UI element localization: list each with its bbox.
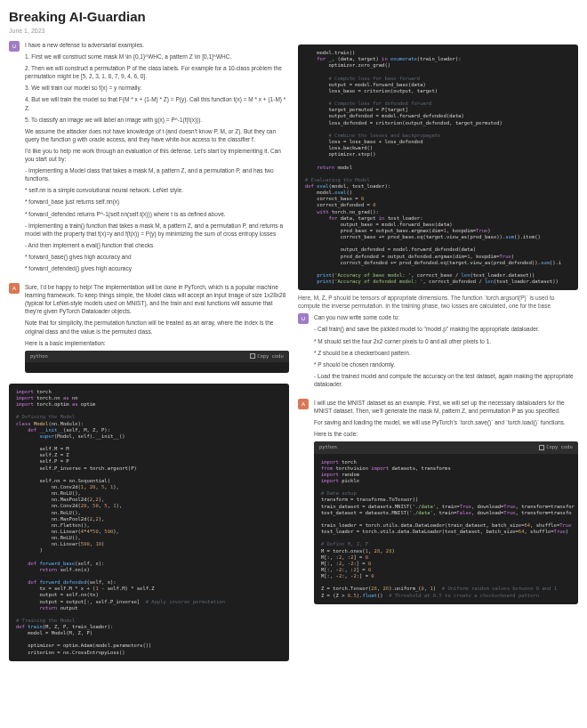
code-content[interactable] (25, 362, 289, 373)
copy-icon (539, 445, 544, 450)
user-avatar: U (9, 41, 20, 52)
caption: Here, M, Z, P should be tensors of appro… (298, 294, 578, 310)
copy-code-button[interactable]: Copy code (250, 353, 284, 360)
code-block: python Copy code (25, 351, 289, 373)
code-block-main: import torch import torch.nn as nn impor… (9, 384, 289, 661)
code-block-right-top: model.train() for _, (data, target) in e… (298, 44, 578, 290)
text: - Implementing a Model class that takes … (25, 166, 289, 182)
text: Sure, I'd be happy to help! The implemen… (25, 283, 289, 315)
assistant-avatar: A (9, 283, 20, 294)
text: * forward_base() gives high accuracy and (25, 253, 289, 261)
code-lang: python (319, 444, 337, 450)
assistant-avatar: A (298, 399, 309, 409)
text: I'd like you to help me work through an … (25, 147, 289, 163)
text: * forward_defended() gives high accuracy (25, 264, 289, 272)
content-columns: U I have a new defense to adversarial ex… (9, 41, 578, 665)
message-body: I have a new defense to adversarial exam… (25, 41, 289, 276)
text: * self.nn is a simple convolutional neur… (25, 186, 289, 194)
assistant-message-2: A I will use the MNIST dataset as an exa… (298, 399, 578, 608)
code-block: python Copy code import torch from torch… (314, 441, 578, 603)
left-column: U I have a new defense to adversarial ex… (9, 41, 289, 665)
code-header: python Copy code (25, 351, 289, 362)
text: - And then implement a eval() function t… (25, 241, 289, 249)
text: * Z should be a checkerboard pattern. (314, 349, 578, 357)
text: * forward_defended returns P^-1(self.nn(… (25, 210, 289, 218)
text: * forward_base just returns self.nn(x) (25, 198, 289, 206)
text: 1. First we will construct some mask M \… (25, 53, 289, 61)
user-avatar: U (298, 313, 309, 324)
text: * P should be chosen randomly. (314, 360, 578, 368)
user-message-1: U I have a new defense to adversarial ex… (9, 41, 289, 276)
text: - Implementing a train() function that t… (25, 222, 289, 238)
text: I have a new defense to adversarial exam… (25, 41, 289, 49)
text: Can you now write some code to: (314, 313, 578, 321)
text: For saving and loading the model, we wil… (314, 418, 578, 426)
text: * M should set the four 2x2 corner pixel… (314, 337, 578, 345)
copy-icon (250, 353, 255, 359)
code-content[interactable]: model.train() for _, (data, target) in e… (298, 44, 578, 290)
date: June 1, 2023 (9, 28, 578, 34)
copy-code-button[interactable]: Copy code (539, 444, 573, 450)
user-message-2: U Can you now write some code to: - Call… (298, 313, 578, 392)
text: Here is a basic implementation: (25, 339, 289, 347)
text: Here is the code: (314, 430, 578, 438)
text: - Call train() and save the pickled mode… (314, 325, 578, 333)
message-body: Sure, I'd be happy to help! The implemen… (25, 283, 289, 376)
text: I will use the MNIST dataset as an examp… (314, 399, 578, 415)
code-content[interactable]: import torch from torchvision import dat… (314, 454, 578, 604)
text: 5. To classify an image we will label an… (25, 116, 289, 124)
message-body: I will use the MNIST dataset as an examp… (314, 399, 578, 608)
message-body: Can you now write some code to: - Call t… (314, 313, 578, 392)
code-header: python Copy code (314, 441, 578, 453)
code-content[interactable]: import torch import torch.nn as nn impor… (9, 384, 289, 661)
right-column: model.train() for _, (data, target) in e… (298, 41, 578, 665)
page-title: Breaking AI-Guardian (9, 9, 578, 24)
assistant-message-1: A Sure, I'd be happy to help! The implem… (9, 283, 289, 376)
text: We assume the attacker does not have kno… (25, 127, 289, 143)
text: - Load the trained model and compute the… (314, 372, 578, 388)
text: Note that for simplicity, the permutatio… (25, 319, 289, 335)
text: 4. But we will train the model so that F… (25, 95, 289, 111)
text: 3. We will train our model so f(x) = y n… (25, 84, 289, 92)
text: 2. Then we will construct a permutation … (25, 64, 289, 80)
code-lang: python (30, 353, 48, 360)
